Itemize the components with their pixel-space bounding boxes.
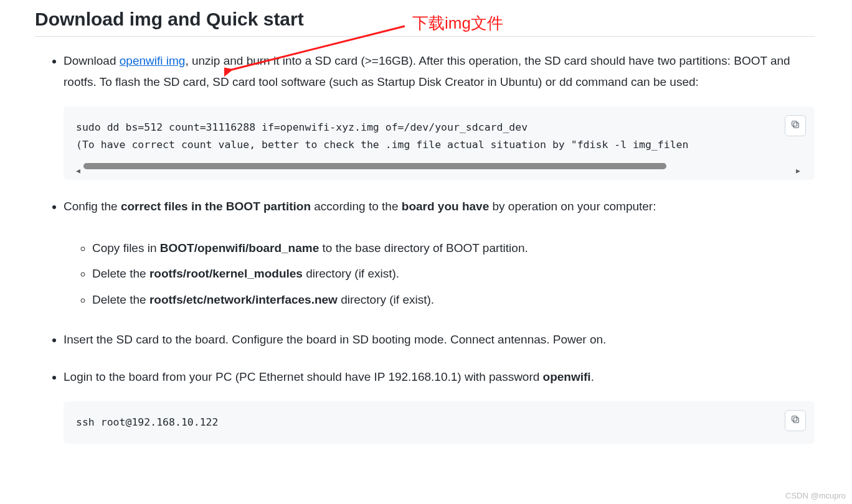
bold-text: openwifi	[543, 370, 591, 383]
code-line: sudo dd bs=512 count=31116288 if=openwif…	[76, 121, 528, 133]
text: Copy files in	[92, 241, 160, 254]
copy-icon	[790, 410, 800, 431]
openwifi-img-link[interactable]: openwifi img	[120, 54, 186, 67]
sub-list: Copy files in BOOT/openwifi/board_name t…	[64, 235, 815, 313]
code-block-dd: sudo dd bs=512 count=31116288 if=openwif…	[64, 106, 815, 180]
text: Insert the SD card to the board. Configu…	[64, 329, 815, 350]
bold-text: correct files in the BOOT partition	[121, 200, 311, 213]
text: to the base directory of BOOT partition.	[319, 241, 528, 254]
bold-text: board you have	[402, 200, 489, 213]
scroll-right-arrow-icon[interactable]: ▸	[796, 163, 802, 169]
copy-button[interactable]	[785, 410, 806, 431]
sub-item-copy: Copy files in BOOT/openwifi/board_name t…	[92, 235, 815, 261]
svg-rect-2	[793, 418, 798, 423]
bold-text: rootfs/root/kernel_modules	[149, 267, 303, 280]
code-line: ssh root@192.168.10.122	[76, 416, 218, 428]
text: according to the	[311, 200, 402, 213]
svg-rect-0	[793, 123, 798, 128]
scrollbar-thumb[interactable]	[83, 163, 666, 169]
text: .	[591, 370, 594, 383]
text: Delete the	[92, 293, 149, 306]
text: Config the	[64, 200, 121, 213]
list-item-config: Config the correct files in the BOOT par…	[64, 196, 815, 313]
text: Delete the	[92, 267, 149, 280]
copy-button[interactable]	[785, 115, 806, 136]
code-block-ssh: ssh root@192.168.10.122	[64, 401, 815, 444]
svg-rect-1	[792, 121, 797, 126]
bold-text: BOOT/openwifi/board_name	[160, 241, 319, 254]
text: Download	[64, 54, 120, 67]
scroll-left-arrow-icon[interactable]: ◂	[76, 163, 82, 169]
copy-icon	[790, 115, 800, 136]
sub-item-delete-interfaces: Delete the rootfs/etc/network/interfaces…	[92, 287, 815, 313]
text: directory (if exist).	[338, 293, 434, 306]
list-item-download: Download openwifi img, unzip and burn it…	[64, 50, 815, 180]
bold-text: rootfs/etc/network/interfaces.new	[149, 293, 338, 306]
scrollbar-track[interactable]	[83, 163, 795, 169]
watermark: CSDN @mcupro	[785, 491, 846, 500]
list-item-login: Login to the board from your PC (PC Ethe…	[64, 366, 815, 444]
sub-item-delete-kernel: Delete the rootfs/root/kernel_modules di…	[92, 261, 815, 287]
svg-rect-3	[792, 416, 797, 421]
annotation-text: 下载img文件	[412, 12, 503, 34]
code-line: (To have correct count value, better to …	[76, 139, 688, 151]
text: Login to the board from your PC (PC Ethe…	[64, 370, 543, 383]
text: by operation on your computer:	[489, 200, 656, 213]
horizontal-scrollbar[interactable]: ◂ ▸	[76, 160, 802, 172]
instruction-list: Download openwifi img, unzip and burn it…	[35, 50, 815, 444]
list-item-insert-sd: Insert the SD card to the board. Configu…	[64, 329, 815, 350]
text: directory (if exist).	[303, 267, 399, 280]
